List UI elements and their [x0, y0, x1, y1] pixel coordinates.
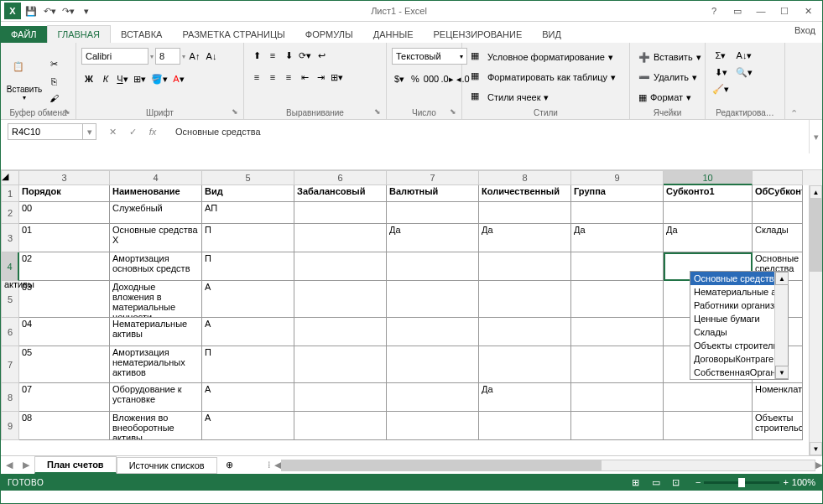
align-top[interactable]: ⬆ [249, 48, 264, 63]
scroll-up[interactable]: ▲ [810, 185, 822, 199]
cell[interactable]: А [202, 281, 294, 318]
formula-expand[interactable]: ▾ [809, 120, 822, 153]
cell[interactable] [571, 346, 664, 383]
col-header[interactable]: 8 [479, 170, 571, 185]
help-button[interactable]: ? [703, 3, 725, 19]
tab-file[interactable]: ФАЙЛ [1, 26, 47, 43]
cell[interactable]: Служебный [110, 202, 202, 224]
cell[interactable]: Номенклатура [753, 383, 803, 412]
cell[interactable] [479, 346, 571, 383]
undo-button[interactable]: ↶▾ [41, 3, 58, 19]
cell[interactable] [571, 318, 664, 346]
cell[interactable]: Оборудование к установке [110, 383, 202, 412]
underline-button[interactable]: Ч▾ [115, 71, 130, 86]
merge-cells[interactable]: ⊞▾ [329, 70, 345, 85]
cell[interactable]: 00 [19, 202, 110, 224]
hscroll-track[interactable] [281, 460, 815, 471]
indent-inc[interactable]: ⇥ [313, 70, 328, 85]
redo-button[interactable]: ↷▾ [60, 3, 76, 19]
col-header[interactable]: 5 [202, 170, 294, 185]
dd-scroll-up[interactable]: ▲ [775, 272, 789, 285]
view-normal[interactable]: ⊞ [627, 475, 645, 489]
delete-cells[interactable]: ➖Удалить▾ [635, 68, 700, 86]
sheet-nav-next[interactable]: ▶ [18, 457, 34, 474]
bold-button[interactable]: Ж [81, 71, 96, 86]
row-header[interactable]: 1 [1, 185, 19, 202]
cell[interactable]: Вложения во внеоборотные активы [110, 412, 202, 440]
col-header[interactable]: 6 [294, 170, 387, 185]
dropdown-item[interactable]: Нематериальные ак [690, 285, 788, 299]
dropdown-item[interactable]: Основные средства [690, 272, 788, 285]
cell[interactable]: 07 [19, 383, 110, 412]
vscroll-track[interactable] [810, 199, 822, 442]
italic-button[interactable]: К [98, 71, 113, 86]
tab-data[interactable]: ДАННЫЕ [363, 26, 424, 43]
indent-dec[interactable]: ⇤ [297, 70, 312, 85]
align-left[interactable]: ≡ [249, 70, 264, 85]
header-cell[interactable]: Количественный [479, 185, 571, 202]
cell[interactable]: А [202, 318, 294, 346]
cell[interactable] [664, 202, 753, 224]
cell[interactable] [571, 281, 664, 318]
cut-button[interactable]: ✂ [46, 57, 61, 72]
cell[interactable] [387, 318, 479, 346]
align-right[interactable]: ≡ [281, 70, 296, 85]
row-header[interactable]: 9 [1, 412, 19, 440]
cell[interactable] [753, 202, 803, 224]
dropdown-item[interactable]: Объекты строитель [690, 339, 788, 352]
cell[interactable]: Да [571, 224, 664, 252]
tab-review[interactable]: РЕЦЕНЗИРОВАНИЕ [423, 26, 532, 43]
cell[interactable]: Объекты строительства [753, 412, 803, 440]
align-middle[interactable]: ≡ [265, 48, 280, 63]
dropdown-item[interactable]: СобственнаяОргани [690, 366, 788, 379]
cell[interactable]: П [202, 346, 294, 383]
cell[interactable]: Склады [753, 224, 803, 252]
col-header[interactable]: 4 [110, 170, 202, 185]
cell[interactable]: 08 [19, 412, 110, 440]
cell[interactable]: 05 [19, 346, 110, 383]
cell[interactable] [387, 252, 479, 281]
cell[interactable] [387, 412, 479, 440]
save-button[interactable]: 💾 [23, 3, 39, 19]
zoom-slider[interactable] [704, 481, 779, 484]
format-as-table[interactable]: ▦Форматировать как таблицу▾ [467, 68, 624, 86]
cell[interactable] [294, 281, 387, 318]
header-cell[interactable]: Наименование [110, 185, 202, 202]
sort-filter[interactable]: A↓▾ [734, 48, 754, 63]
cell[interactable] [571, 383, 664, 412]
cell[interactable] [479, 412, 571, 440]
cell[interactable] [294, 202, 387, 224]
zoom-in[interactable]: + [783, 477, 788, 487]
comma[interactable]: 000 [424, 71, 439, 86]
conditional-format[interactable]: ▦Условное форматирование▾ [467, 48, 624, 66]
font-name-select[interactable]: Calibri [81, 48, 148, 65]
orientation[interactable]: ⟳▾ [297, 48, 313, 63]
cell[interactable]: Амортизация нематериальных активов [110, 346, 202, 383]
cell[interactable]: Да [479, 224, 571, 252]
col-header[interactable]: 3 [19, 170, 110, 185]
grow-font[interactable]: A↑ [187, 49, 202, 64]
inc-decimal[interactable]: .0▸ [440, 71, 455, 86]
cell[interactable] [664, 383, 753, 412]
cell[interactable] [664, 412, 753, 440]
cell[interactable]: Доходные вложения в материальные ценност… [110, 281, 202, 318]
cell[interactable]: П [202, 252, 294, 281]
close-button[interactable]: ✕ [797, 3, 819, 19]
row-header[interactable]: 4 [1, 252, 19, 281]
dropdown-item[interactable]: Работники организ [690, 299, 788, 312]
minimize-button[interactable]: — [750, 3, 772, 19]
number-expand[interactable]: ⬊ [450, 107, 460, 117]
tab-home[interactable]: ГЛАВНАЯ [47, 25, 111, 43]
currency[interactable]: $▾ [392, 71, 407, 86]
format-painter[interactable]: 🖌 [46, 91, 61, 106]
cell[interactable] [571, 252, 664, 281]
col-header[interactable]: 7 [387, 170, 479, 185]
cell[interactable]: Да [479, 383, 571, 412]
cell[interactable]: Нематериальные активы [110, 318, 202, 346]
row-header[interactable]: 3 [1, 224, 19, 252]
find-select[interactable]: 🔍▾ [734, 65, 754, 80]
dropdown-item[interactable]: Ценные бумаги [690, 312, 788, 325]
align-expand[interactable]: ⬊ [374, 107, 384, 117]
cell[interactable] [571, 202, 664, 224]
view-page-break[interactable]: ⊡ [667, 475, 685, 489]
